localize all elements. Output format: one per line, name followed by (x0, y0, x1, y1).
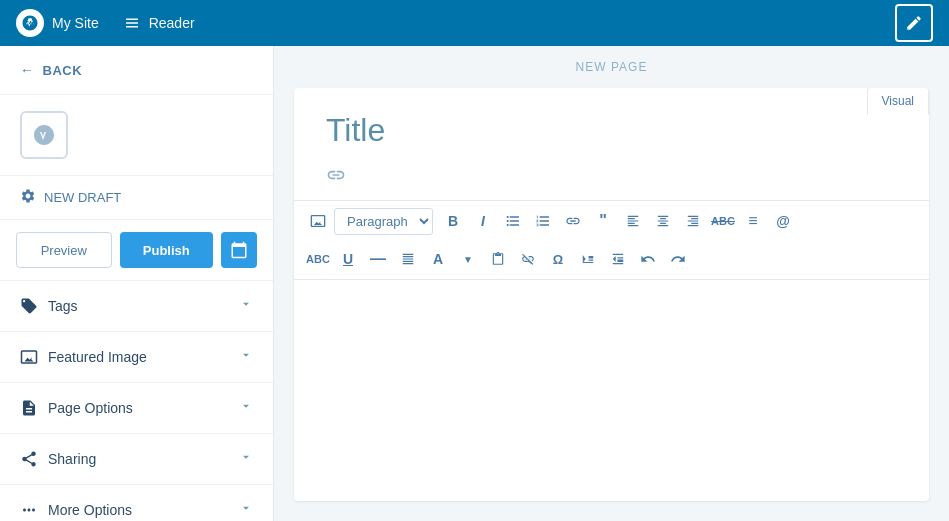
sidebar-section-tags[interactable]: Tags (0, 281, 273, 332)
featured-image-chevron-icon (239, 348, 253, 366)
editor-area: Visual Paragraph (294, 88, 929, 501)
main-content: NEW PAGE Visual Paragraph (274, 46, 949, 521)
gear-icon (20, 188, 36, 207)
toolbar-hr-button[interactable]: ≡ (739, 207, 767, 235)
sidebar-section-page-options[interactable]: Page Options (0, 383, 273, 434)
toolbar-paste-button[interactable] (484, 245, 512, 273)
toolbar-ul-button[interactable] (499, 207, 527, 235)
back-button[interactable]: ← BACK (0, 46, 273, 95)
toolbar-special-chars-button[interactable]: Ω (544, 245, 572, 273)
toolbar-blockquote-button[interactable]: " (589, 207, 617, 235)
toolbar-bold-button[interactable]: B (439, 207, 467, 235)
publish-button[interactable]: Publish (120, 232, 214, 268)
title-input[interactable] (326, 112, 897, 149)
toolbar-italic-button[interactable]: I (469, 207, 497, 235)
toolbar-link-button[interactable] (559, 207, 587, 235)
toolbar-align2-button[interactable] (394, 245, 422, 273)
wp-logo (16, 9, 44, 37)
title-area (294, 88, 929, 161)
page-options-chevron-icon (239, 399, 253, 417)
toolbar-row-1: Paragraph B I " (294, 200, 929, 241)
preview-button[interactable]: Preview (16, 232, 112, 268)
toolbar-indent-button[interactable] (574, 245, 602, 273)
toolbar-color-chevron-button[interactable]: ▼ (454, 245, 482, 273)
calendar-button[interactable] (221, 232, 257, 268)
toolbar-align-center-button[interactable] (649, 207, 677, 235)
reader-label: Reader (149, 15, 195, 31)
toolbar-at-button[interactable]: @ (769, 207, 797, 235)
my-site-label: My Site (52, 15, 99, 31)
toolbar-redo-button[interactable] (664, 245, 692, 273)
back-label: BACK (43, 63, 83, 78)
editor-body[interactable] (294, 280, 929, 360)
more-options-label: More Options (48, 502, 132, 518)
new-draft-row[interactable]: NEW DRAFT (0, 176, 273, 220)
toolbar-unlink-button[interactable] (514, 245, 542, 273)
toolbar-align-left-button[interactable] (619, 207, 647, 235)
toolbar-row-2: ABC U — A ▼ (294, 241, 929, 280)
top-bar-left: My Site Reader (16, 9, 895, 37)
publish-row: Preview Publish (0, 220, 273, 281)
visual-tab[interactable]: Visual (867, 88, 929, 116)
toolbar-align-right-button[interactable] (679, 207, 707, 235)
top-bar-right (895, 4, 933, 42)
sharing-label: Sharing (48, 451, 96, 467)
toolbar-undo-button[interactable] (634, 245, 662, 273)
toolbar-outdent-button[interactable] (604, 245, 632, 273)
layout: ← BACK NEW DRAFT Preview Publish (0, 0, 949, 521)
featured-image-label: Featured Image (48, 349, 147, 365)
sidebar-section-featured-image[interactable]: Featured Image (0, 332, 273, 383)
more-options-chevron-icon (239, 501, 253, 519)
page-options-label: Page Options (48, 400, 133, 416)
sidebar-section-more-options[interactable]: More Options (0, 485, 273, 521)
sidebar: ← BACK NEW DRAFT Preview Publish (0, 46, 274, 521)
new-draft-label: NEW DRAFT (44, 190, 121, 205)
site-icon[interactable] (20, 111, 68, 159)
link-row (294, 161, 929, 200)
edit-button[interactable] (895, 4, 933, 42)
toolbar-strikethrough-button[interactable]: ABC (709, 207, 737, 235)
sharing-chevron-icon (239, 450, 253, 468)
top-bar: My Site Reader (0, 0, 949, 46)
reader-nav[interactable]: Reader (123, 14, 195, 32)
toolbar-underline-button[interactable]: U (334, 245, 362, 273)
site-icon-area (0, 95, 273, 176)
sidebar-section-sharing[interactable]: Sharing (0, 434, 273, 485)
back-arrow-icon: ← (20, 62, 35, 78)
tags-label: Tags (48, 298, 78, 314)
toolbar-em-dash-button[interactable]: — (364, 245, 392, 273)
paragraph-select[interactable]: Paragraph (334, 208, 433, 235)
tags-chevron-icon (239, 297, 253, 315)
toolbar-text-color-button[interactable]: A (424, 245, 452, 273)
toolbar-abc-button[interactable]: ABC (304, 245, 332, 273)
my-site-nav[interactable]: My Site (16, 9, 99, 37)
new-page-label: NEW PAGE (274, 46, 949, 88)
toolbar-ol-button[interactable] (529, 207, 557, 235)
link-icon[interactable] (326, 169, 346, 189)
toolbar-image-button[interactable] (304, 207, 332, 235)
